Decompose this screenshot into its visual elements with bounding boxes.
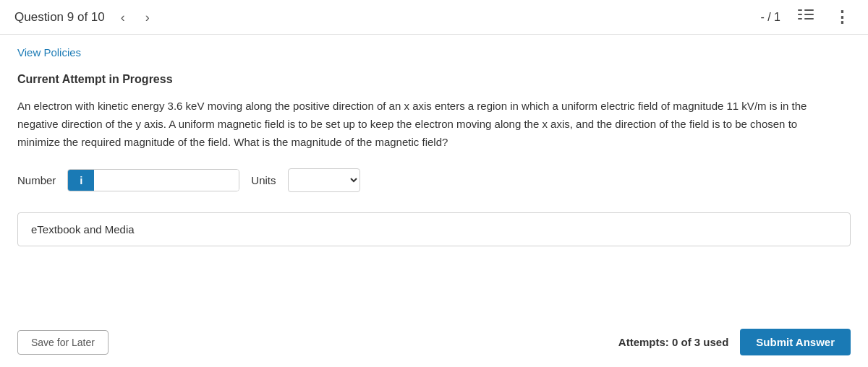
etextbook-label: eTextbook and Media	[31, 223, 135, 236]
answer-row: Number i Units T mT μT G	[17, 168, 851, 192]
submit-answer-button[interactable]: Submit Answer	[740, 329, 851, 355]
more-options-button[interactable]: ⋮	[831, 5, 854, 30]
list-icon	[798, 9, 814, 25]
etextbook-bar: eTextbook and Media	[17, 212, 851, 246]
footer-right: Attempts: 0 of 3 used Submit Answer	[618, 329, 851, 355]
score-label: - / 1	[760, 11, 780, 24]
header-right: - / 1 ⋮	[760, 5, 854, 30]
svg-rect-1	[804, 9, 814, 11]
prev-question-button[interactable]: ‹	[116, 8, 129, 27]
units-label: Units	[251, 174, 276, 186]
info-button[interactable]: i	[68, 170, 94, 191]
units-select[interactable]: T mT μT G	[288, 168, 360, 192]
number-label: Number	[17, 174, 56, 186]
attempt-heading: Current Attempt in Progress	[17, 73, 851, 86]
main-content: View Policies Current Attempt in Progres…	[0, 35, 868, 320]
svg-rect-2	[798, 14, 802, 15]
view-policies-link[interactable]: View Policies	[17, 46, 81, 59]
list-icon-button[interactable]	[795, 6, 817, 28]
header-left: Question 9 of 10 ‹ ›	[14, 8, 154, 27]
header-bar: Question 9 of 10 ‹ › - / 1	[0, 0, 868, 35]
svg-rect-4	[798, 18, 802, 20]
attempts-text: Attempts: 0 of 3 used	[618, 336, 729, 348]
more-icon: ⋮	[834, 8, 851, 27]
next-question-button[interactable]: ›	[141, 8, 154, 27]
question-label: Question 9 of 10	[14, 10, 105, 25]
svg-rect-0	[798, 9, 802, 11]
page-container: Question 9 of 10 ‹ › - / 1	[0, 0, 868, 367]
save-for-later-button[interactable]: Save for Later	[17, 330, 109, 355]
svg-rect-5	[804, 18, 814, 20]
info-input-wrapper: i	[67, 169, 239, 191]
footer-bar: Save for Later Attempts: 0 of 3 used Sub…	[0, 320, 868, 367]
question-text: An electron with kinetic energy 3.6 keV …	[17, 98, 827, 151]
svg-rect-3	[804, 14, 814, 15]
number-input[interactable]	[94, 170, 239, 191]
info-icon: i	[80, 174, 82, 186]
